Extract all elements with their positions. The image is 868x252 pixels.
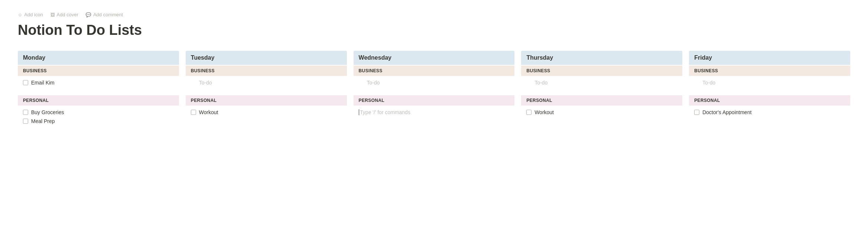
list-item: Doctor's Appointment: [689, 108, 850, 117]
add-comment-label: Add comment: [93, 12, 123, 17]
business-label-thursday: BUSINESS: [521, 66, 682, 76]
add-icon-label: Add icon: [24, 12, 43, 17]
personal-section-monday: PERSONAL Buy Groceries Meal Prep: [18, 95, 179, 129]
business-items-friday: To-do: [689, 76, 850, 90]
text-cursor: [359, 109, 360, 115]
item-label: Buy Groceries: [31, 109, 64, 115]
column-tuesday: Tuesday BUSINESS To-do PERSONAL Workout: [186, 51, 347, 129]
checkbox-workout-tuesday[interactable]: [191, 110, 196, 115]
item-label: Email Kim: [31, 80, 54, 86]
personal-section-wednesday: PERSONAL Type '/' for commands: [354, 95, 515, 120]
column-header-friday: Friday: [689, 51, 850, 65]
column-header-wednesday: Wednesday: [354, 51, 515, 65]
checkbox-workout-thursday[interactable]: [526, 110, 531, 115]
personal-label-tuesday: PERSONAL: [186, 95, 347, 106]
personal-section-thursday: PERSONAL Workout: [521, 95, 682, 120]
add-cover-label: Add cover: [57, 12, 79, 17]
business-section-monday: BUSINESS Email Kim: [18, 66, 179, 90]
column-header-tuesday: Tuesday: [186, 51, 347, 65]
business-section-friday: BUSINESS To-do: [689, 66, 850, 90]
column-header-thursday: Thursday: [521, 51, 682, 65]
checkbox-email-kim[interactable]: [23, 80, 28, 85]
business-label-wednesday: BUSINESS: [354, 66, 515, 76]
column-friday: Friday BUSINESS To-do PERSONAL Doctor's …: [689, 51, 850, 129]
business-label-friday: BUSINESS: [689, 66, 850, 76]
business-label-tuesday: BUSINESS: [186, 66, 347, 76]
list-item: Workout: [186, 108, 347, 117]
add-icon-button[interactable]: ☺ Add icon: [18, 12, 43, 17]
personal-label-monday: PERSONAL: [18, 95, 179, 106]
personal-section-tuesday: PERSONAL Workout: [186, 95, 347, 120]
personal-label-wednesday: PERSONAL: [354, 95, 515, 106]
emoji-icon: ☺: [18, 12, 22, 17]
checkbox-meal-prep[interactable]: [23, 119, 28, 124]
personal-items-monday: Buy Groceries Meal Prep: [18, 106, 179, 129]
comment-icon: 💬: [86, 12, 91, 17]
item-label: Workout: [199, 109, 218, 115]
business-label-monday: BUSINESS: [18, 66, 179, 76]
business-items-monday: Email Kim: [18, 76, 179, 90]
column-monday: Monday BUSINESS Email Kim PERSONAL Buy G…: [18, 51, 179, 129]
business-items-thursday: To-do: [521, 76, 682, 90]
image-icon: 🖼: [50, 12, 55, 17]
personal-items-thursday: Workout: [521, 106, 682, 120]
column-wednesday: Wednesday BUSINESS To-do PERSONAL Type '…: [354, 51, 515, 129]
business-placeholder-tuesday[interactable]: To-do: [186, 78, 347, 87]
business-items-wednesday: To-do: [354, 76, 515, 90]
item-label: Doctor's Appointment: [702, 109, 752, 115]
personal-label-friday: PERSONAL: [689, 95, 850, 106]
personal-items-friday: Doctor's Appointment: [689, 106, 850, 120]
business-placeholder-wednesday[interactable]: To-do: [354, 78, 515, 87]
toolbar: ☺ Add icon 🖼 Add cover 💬 Add comment: [18, 12, 850, 17]
cursor-placeholder-text: Type '/' for commands: [360, 109, 410, 115]
board: Monday BUSINESS Email Kim PERSONAL Buy G…: [18, 51, 850, 129]
list-item: Meal Prep: [18, 117, 179, 126]
business-placeholder-thursday[interactable]: To-do: [521, 78, 682, 87]
business-section-wednesday: BUSINESS To-do: [354, 66, 515, 90]
business-section-thursday: BUSINESS To-do: [521, 66, 682, 90]
business-section-tuesday: BUSINESS To-do: [186, 66, 347, 90]
column-header-monday: Monday: [18, 51, 179, 65]
checkbox-doctors-appointment[interactable]: [694, 110, 699, 115]
personal-items-wednesday: Type '/' for commands: [354, 106, 515, 120]
business-placeholder-friday[interactable]: To-do: [689, 78, 850, 87]
add-comment-button[interactable]: 💬 Add comment: [86, 12, 123, 17]
checkbox-buy-groceries[interactable]: [23, 110, 28, 115]
list-item: Workout: [521, 108, 682, 117]
cursor-input-wednesday[interactable]: Type '/' for commands: [354, 108, 515, 117]
personal-section-friday: PERSONAL Doctor's Appointment: [689, 95, 850, 120]
business-items-tuesday: To-do: [186, 76, 347, 90]
item-label: Workout: [534, 109, 554, 115]
column-thursday: Thursday BUSINESS To-do PERSONAL Workout: [521, 51, 682, 129]
add-cover-button[interactable]: 🖼 Add cover: [50, 12, 79, 17]
personal-items-tuesday: Workout: [186, 106, 347, 120]
page-title: Notion To Do Lists: [18, 22, 850, 39]
list-item: Email Kim: [18, 78, 179, 87]
item-label: Meal Prep: [31, 118, 55, 124]
list-item: Buy Groceries: [18, 108, 179, 117]
personal-label-thursday: PERSONAL: [521, 95, 682, 106]
